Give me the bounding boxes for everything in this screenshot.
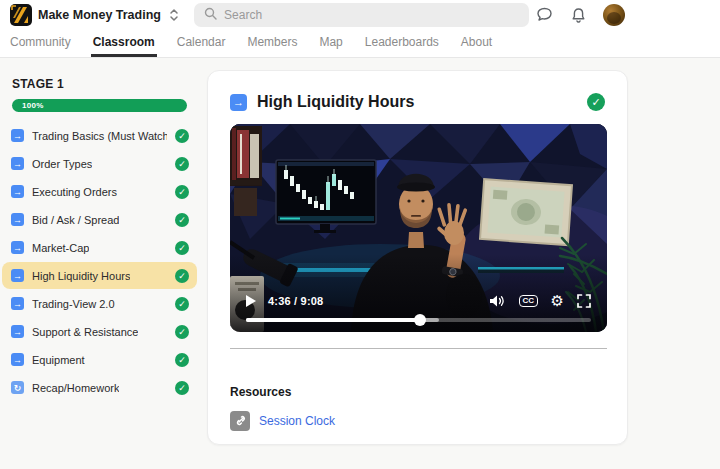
lesson-card: → High Liquidity Hours ✓ (207, 70, 628, 445)
captions-icon[interactable]: CC (519, 293, 538, 309)
resources-heading: Resources (230, 385, 605, 399)
tab-about[interactable]: About (459, 30, 494, 57)
lesson-item-executing-orders[interactable]: → Executing Orders ✓ (2, 178, 197, 205)
search-input[interactable]: Search (194, 3, 529, 27)
arrow-icon: → (11, 241, 24, 254)
volume-icon[interactable] (489, 293, 506, 309)
lesson-title: High Liquidity Hours (257, 93, 414, 111)
video-time: 4:36 / 9:08 (268, 295, 323, 307)
stage-progress-bar: 100% (12, 99, 187, 112)
arrow-icon: → (11, 185, 24, 198)
divider (230, 348, 607, 349)
check-icon: ✓ (175, 185, 189, 199)
tab-classroom[interactable]: Classroom (91, 30, 157, 57)
tab-leaderboards[interactable]: Leaderboards (363, 30, 441, 57)
arrow-icon: → (11, 297, 24, 310)
topbar: Make Money Trading Search (0, 0, 720, 30)
app-window: Make Money Trading Search (0, 0, 720, 469)
arrow-icon: → (11, 325, 24, 338)
check-icon: ✓ (175, 129, 189, 143)
course-sidebar: STAGE 1 100% → Trading Basics (Must Watc… (0, 58, 207, 402)
settings-icon[interactable]: ⚙ (551, 293, 564, 309)
notifications-icon[interactable] (569, 6, 587, 24)
tab-map[interactable]: Map (317, 30, 344, 57)
video-progress-bar[interactable] (246, 318, 591, 322)
arrow-icon: → (11, 157, 24, 170)
nav-tabs: Community Classroom Calendar Members Map… (0, 30, 720, 58)
play-button[interactable] (246, 295, 256, 307)
lesson-item-recap-homework[interactable]: ↻ Recap/Homework ✓ (2, 374, 197, 401)
tab-community[interactable]: Community (8, 30, 73, 57)
tab-calendar[interactable]: Calendar (175, 30, 228, 57)
community-logo-icon (10, 4, 32, 26)
arrow-icon: → (11, 269, 24, 282)
redo-icon: ↻ (11, 381, 24, 394)
resources-section: Resources Session Clock (230, 385, 605, 431)
search-icon (204, 6, 217, 24)
arrow-icon: → (11, 129, 24, 142)
video-player[interactable]: 4:36 / 9:08 CC (230, 124, 607, 332)
check-icon: ✓ (175, 381, 189, 395)
arrow-icon: → (11, 213, 24, 226)
arrow-icon: → (230, 94, 247, 111)
arrow-icon: → (11, 353, 24, 366)
lesson-complete-icon: ✓ (587, 93, 605, 111)
check-icon: ✓ (175, 297, 189, 311)
resource-link-session-clock[interactable]: Session Clock (230, 411, 335, 431)
chat-icon[interactable] (535, 6, 553, 24)
video-progress-handle[interactable] (414, 314, 426, 326)
fullscreen-icon[interactable] (577, 293, 591, 309)
lesson-item-order-types[interactable]: → Order Types ✓ (2, 150, 197, 177)
check-icon: ✓ (175, 325, 189, 339)
lesson-item-bid-ask-spread[interactable]: → Bid / Ask / Spread ✓ (2, 206, 197, 233)
lesson-item-high-liquidity-hours[interactable]: → High Liquidity Hours ✓ (2, 262, 197, 289)
check-icon: ✓ (175, 157, 189, 171)
community-switcher-icon[interactable] (167, 6, 180, 24)
check-icon: ✓ (175, 213, 189, 227)
lesson-item-trading-basics[interactable]: → Trading Basics (Must Watch) ✓ (2, 122, 197, 149)
video-controls: 4:36 / 9:08 CC (230, 293, 607, 332)
stage-progress-label: 100% (22, 101, 44, 110)
lesson-item-equipment[interactable]: → Equipment ✓ (2, 346, 197, 373)
check-icon: ✓ (175, 269, 189, 283)
check-icon: ✓ (175, 241, 189, 255)
video-progress-played (246, 318, 420, 322)
user-avatar[interactable] (603, 4, 625, 26)
community-name[interactable]: Make Money Trading (38, 8, 161, 22)
lesson-item-market-cap[interactable]: → Market-Cap ✓ (2, 234, 197, 261)
tab-members[interactable]: Members (245, 30, 299, 57)
check-icon: ✓ (175, 353, 189, 367)
lesson-list: → Trading Basics (Must Watch) ✓ → Order … (12, 122, 187, 401)
search-placeholder: Search (224, 8, 262, 22)
lesson-item-support-resistance[interactable]: → Support & Resistance ✓ (2, 318, 197, 345)
resource-link-label[interactable]: Session Clock (259, 414, 335, 428)
link-icon (230, 411, 250, 431)
lesson-item-trading-view[interactable]: → Trading-View 2.0 ✓ (2, 290, 197, 317)
stage-title: STAGE 1 (12, 77, 187, 91)
